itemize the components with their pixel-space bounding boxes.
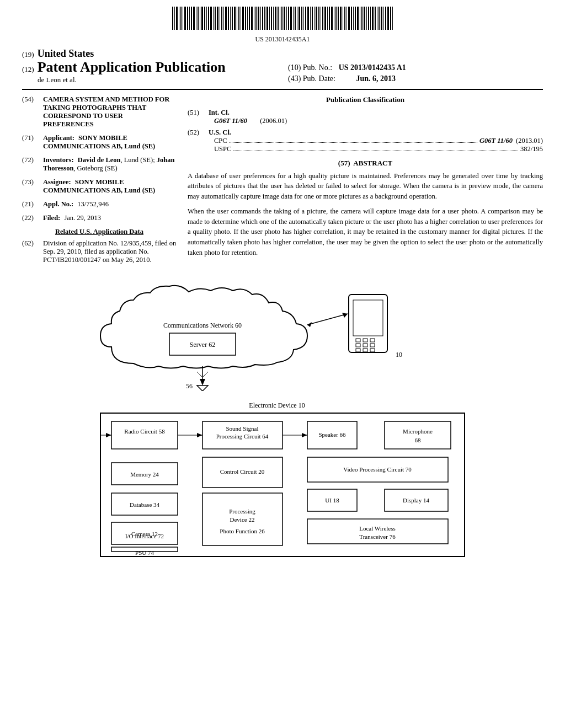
svg-rect-47 xyxy=(273,7,274,30)
svg-rect-64 xyxy=(310,7,311,30)
svg-rect-58 xyxy=(297,7,297,30)
abstract-header: (57) ABSTRACT xyxy=(188,159,543,168)
svg-rect-85 xyxy=(355,7,356,30)
svg-rect-104 xyxy=(349,295,387,352)
svg-rect-39 xyxy=(255,7,257,30)
svg-text:68: 68 xyxy=(415,437,422,443)
svg-rect-45 xyxy=(269,7,270,30)
svg-rect-25 xyxy=(225,7,227,30)
svg-rect-22 xyxy=(220,7,220,30)
svg-rect-15 xyxy=(204,7,205,30)
svg-marker-122 xyxy=(197,386,208,391)
svg-rect-52 xyxy=(284,7,285,30)
patent-type: Patent Application Publication xyxy=(38,60,226,76)
svg-rect-35 xyxy=(247,7,248,30)
svg-rect-46 xyxy=(271,7,272,30)
svg-rect-0 xyxy=(172,7,173,30)
field-54: (54) CAMERA SYSTEM AND METHOD FOR TAKING… xyxy=(22,95,177,129)
class-52: (52) U.S. Cl. CPC G06T 11/60 (2013.01) U… xyxy=(188,129,543,153)
svg-rect-81 xyxy=(347,7,347,30)
svg-rect-50 xyxy=(280,7,280,30)
svg-marker-117 xyxy=(307,322,312,327)
speaker-label: Speaker 66 xyxy=(318,431,346,438)
svg-rect-33 xyxy=(242,7,244,30)
field-71: (71) Applicant: SONY MOBILE COMMUNICATIO… xyxy=(22,134,177,151)
header-left: (19) United States (12) Patent Applicati… xyxy=(22,48,277,84)
abstract-text-2: When the user commands the taking of a p… xyxy=(188,206,543,258)
svg-rect-67 xyxy=(316,7,317,30)
svg-rect-44 xyxy=(266,7,268,30)
barcode-image xyxy=(167,6,398,33)
svg-rect-105 xyxy=(353,300,383,336)
svg-rect-112 xyxy=(356,349,360,352)
svg-rect-94 xyxy=(375,7,376,30)
field-62: (62) Division of application No. 12/935,… xyxy=(22,239,177,264)
svg-rect-86 xyxy=(357,7,359,30)
svg-rect-76 xyxy=(335,7,337,30)
svg-rect-124 xyxy=(111,421,178,449)
svg-rect-111 xyxy=(370,344,375,347)
svg-rect-7 xyxy=(187,7,188,30)
svg-rect-92 xyxy=(370,7,371,30)
svg-rect-49 xyxy=(278,7,279,30)
display-label: Display 14 xyxy=(403,497,429,504)
related-apps-header: Related U.S. Application Data xyxy=(22,228,177,236)
svg-rect-20 xyxy=(215,7,216,30)
svg-rect-53 xyxy=(286,7,287,30)
svg-rect-21 xyxy=(217,7,218,30)
main-divider xyxy=(22,89,543,90)
pub-no-line: (10) Pub. No.: US 2013/0142435 A1 xyxy=(288,63,543,72)
svg-marker-119 xyxy=(200,379,205,386)
svg-rect-97 xyxy=(381,7,382,30)
svg-rect-31 xyxy=(238,7,239,30)
svg-rect-99 xyxy=(385,7,386,30)
svg-rect-63 xyxy=(307,7,309,30)
num-19: (19) xyxy=(22,50,34,59)
pub-date-line: (43) Pub. Date: Jun. 6, 2013 xyxy=(288,74,543,83)
control-circuit-label: Control Circuit 20 xyxy=(220,468,265,475)
field-72: (72) Inventors: David de Leon, Lund (SE)… xyxy=(22,156,177,173)
svg-line-120 xyxy=(197,372,202,377)
ui-label: UI 18 xyxy=(325,497,339,504)
patent-header: (19) United States (12) Patent Applicati… xyxy=(0,48,565,84)
svg-rect-66 xyxy=(314,7,315,30)
svg-rect-88 xyxy=(361,7,363,30)
svg-rect-101 xyxy=(390,7,391,30)
svg-rect-2 xyxy=(176,7,178,30)
svg-text:Processing Circuit 64: Processing Circuit 64 xyxy=(216,433,269,440)
svg-rect-113 xyxy=(363,349,367,352)
svg-marker-147 xyxy=(106,433,111,437)
svg-rect-9 xyxy=(191,7,192,30)
svg-rect-62 xyxy=(305,7,306,30)
sound-signal-label: Sound Signal xyxy=(226,425,259,432)
svg-rect-34 xyxy=(245,7,246,30)
svg-rect-16 xyxy=(206,7,207,30)
svg-rect-100 xyxy=(387,7,389,30)
memory-label: Memory 24 xyxy=(130,471,159,478)
svg-line-115 xyxy=(307,314,348,325)
svg-rect-37 xyxy=(251,7,253,30)
svg-marker-145 xyxy=(302,433,307,437)
svg-rect-13 xyxy=(200,7,200,30)
svg-rect-38 xyxy=(254,7,254,30)
svg-rect-108 xyxy=(370,339,375,342)
classification-header: Publication Classification xyxy=(188,95,543,104)
svg-rect-79 xyxy=(343,7,343,30)
svg-rect-83 xyxy=(351,7,352,30)
svg-rect-106 xyxy=(356,339,360,342)
local-wireless-label: Local Wireless xyxy=(359,525,396,532)
svg-rect-74 xyxy=(331,7,333,30)
svg-rect-114 xyxy=(370,349,375,352)
svg-rect-42 xyxy=(262,7,263,30)
country-label: United States xyxy=(38,48,94,60)
svg-rect-32 xyxy=(241,7,241,30)
svg-rect-68 xyxy=(318,7,319,30)
svg-rect-3 xyxy=(179,7,179,30)
svg-rect-80 xyxy=(344,7,345,30)
svg-rect-36 xyxy=(249,7,250,30)
svg-rect-59 xyxy=(299,7,300,30)
svg-rect-24 xyxy=(223,7,224,30)
svg-rect-19 xyxy=(213,7,214,30)
svg-rect-6 xyxy=(184,7,186,30)
svg-rect-26 xyxy=(228,7,229,30)
